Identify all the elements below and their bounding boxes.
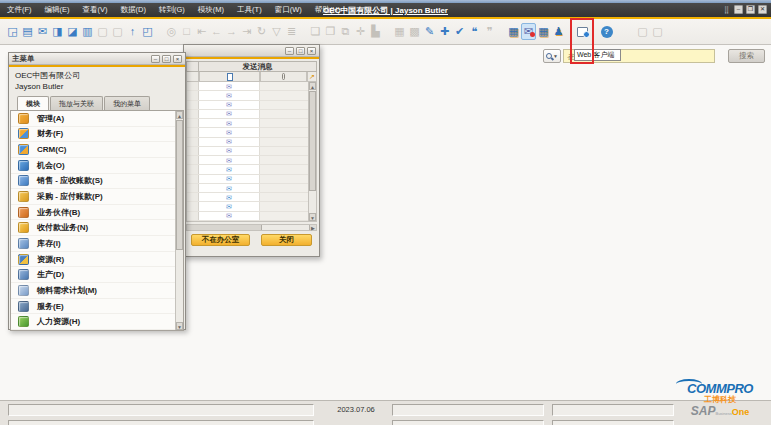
calendar-icon[interactable]: ▦ <box>536 23 551 40</box>
approve-document-icon[interactable]: ✔ <box>452 23 467 40</box>
module-item-inventory[interactable]: 库存(I) <box>11 236 175 252</box>
attachment-cell[interactable] <box>260 147 308 155</box>
message-doc-cell[interactable]: ✉ <box>199 147 260 155</box>
menu-data[interactable]: 数据(D) <box>121 5 146 15</box>
scrollbar-thumb[interactable] <box>176 120 183 250</box>
messages-horizontal-scrollbar[interactable] <box>186 224 317 231</box>
row-select-cell[interactable] <box>187 128 199 136</box>
next-record-icon[interactable]: → <box>224 23 239 40</box>
export-excel-icon[interactable]: ▥ <box>80 23 95 40</box>
scroll-down-icon[interactable] <box>176 322 183 330</box>
spreadsheet-icon[interactable]: ▦ <box>506 23 521 40</box>
message-doc-cell[interactable]: ✉ <box>199 184 260 192</box>
close-messages-button[interactable]: 关闭 <box>261 234 312 246</box>
module-item-purchasing-ap[interactable]: 采购 - 应付账款(P) <box>11 189 175 205</box>
first-record-icon[interactable]: ⇤ <box>194 23 209 40</box>
row-select-cell[interactable] <box>187 175 199 183</box>
attachment-cell[interactable] <box>260 156 308 164</box>
attachment-cell[interactable] <box>260 91 308 99</box>
sort-icon[interactable]: ≣ <box>284 23 299 40</box>
module-item-crm[interactable]: CRM(C) <box>11 142 175 158</box>
module-item-sales-ar[interactable]: 销售 - 应收账款(S) <box>11 174 175 190</box>
out-of-office-button[interactable]: 不在办公室 <box>191 234 250 246</box>
paste-table-icon[interactable]: ❐ <box>323 23 338 40</box>
message-row[interactable]: ✉ <box>187 110 308 119</box>
row-select-cell[interactable] <box>187 165 199 173</box>
search-scope-button[interactable]: ▼ <box>543 49 561 63</box>
restore-button[interactable] <box>746 5 755 14</box>
document-column-header[interactable] <box>199 72 260 82</box>
message-row[interactable]: ✉ <box>187 175 308 184</box>
row-select-cell[interactable] <box>187 82 199 90</box>
message-row[interactable]: ✉ <box>187 165 308 174</box>
row-select-cell[interactable] <box>187 91 199 99</box>
document-b-icon[interactable]: ▢ <box>650 23 665 40</box>
menu-help[interactable]: 帮助(H) <box>315 5 340 15</box>
module-item-service[interactable]: 服务(E) <box>11 299 175 315</box>
message-doc-cell[interactable]: ✉ <box>199 128 260 136</box>
message-row[interactable]: ✉ <box>187 82 308 91</box>
module-item-business-partners[interactable]: 业务伙伴(B) <box>11 205 175 221</box>
menu-file[interactable]: 文件(F) <box>7 5 32 15</box>
web-client-icon[interactable]: Web 客户端 <box>575 23 590 40</box>
chart-icon[interactable]: ▙ <box>368 23 383 40</box>
messages-titlebar[interactable] <box>184 45 319 57</box>
message-row[interactable]: ✉ <box>187 138 308 147</box>
attachment-cell[interactable] <box>260 138 308 146</box>
row-select-cell[interactable] <box>187 101 199 109</box>
scrollbar-thumb[interactable] <box>187 225 262 230</box>
module-item-banking[interactable]: 收付款业务(N) <box>11 220 175 236</box>
upload-icon[interactable]: ↑ <box>125 23 140 40</box>
row-select-header[interactable] <box>186 72 199 82</box>
menu-edit[interactable]: 编辑(E) <box>45 5 70 15</box>
main-menu-titlebar[interactable]: 主菜单 <box>9 53 185 65</box>
message-doc-cell[interactable]: ✉ <box>199 156 260 164</box>
message-doc-cell[interactable]: ✉ <box>199 165 260 173</box>
attachment-cell[interactable] <box>260 184 308 192</box>
copy-document-icon[interactable]: ▢ <box>95 23 110 40</box>
print-preview-icon[interactable]: ◲ <box>5 23 20 40</box>
stamp-icon[interactable]: ▩ <box>407 23 422 40</box>
message-row[interactable]: ✉ <box>187 202 308 211</box>
scrollbar-thumb[interactable] <box>309 91 316 191</box>
refresh-icon[interactable]: ↻ <box>254 23 269 40</box>
employee-icon[interactable]: ♟ <box>551 23 566 40</box>
email-icon[interactable]: ✉ <box>35 23 50 40</box>
grab-icon[interactable]: ✛ <box>353 23 368 40</box>
message-row[interactable]: ✉ <box>187 119 308 128</box>
attachment-cell[interactable] <box>260 193 308 201</box>
maximize-button[interactable] <box>296 47 305 55</box>
row-select-cell[interactable] <box>187 212 199 220</box>
module-item-production[interactable]: 生产(D) <box>11 267 175 283</box>
message-row[interactable]: ✉ <box>187 128 308 137</box>
previous-record-icon[interactable]: ← <box>209 23 224 40</box>
grid-layout-icon[interactable]: ▦ <box>392 23 407 40</box>
tab-modules[interactable]: 模块 <box>17 96 49 111</box>
tab-drag-relate[interactable]: 拖放与关联 <box>50 96 103 110</box>
row-select-cell[interactable] <box>187 184 199 192</box>
minimize-button[interactable] <box>151 55 160 63</box>
scroll-right-icon[interactable] <box>309 225 316 230</box>
row-select-cell[interactable] <box>187 147 199 155</box>
menu-tools[interactable]: 工具(T) <box>237 5 262 15</box>
message-doc-cell[interactable]: ✉ <box>199 119 260 127</box>
message-doc-cell[interactable]: ✉ <box>199 202 260 210</box>
comment-alt-icon[interactable]: ❞ <box>482 23 497 40</box>
edit-icon[interactable]: ✎ <box>422 23 437 40</box>
paste-document-icon[interactable]: ▢ <box>110 23 125 40</box>
attachment-cell[interactable] <box>260 119 308 127</box>
message-doc-cell[interactable]: ✉ <box>199 212 260 220</box>
close-button[interactable] <box>173 55 182 63</box>
minimize-button[interactable] <box>285 47 294 55</box>
attachment-cell[interactable] <box>260 202 308 210</box>
comment-icon[interactable]: ❝ <box>467 23 482 40</box>
locked-folder-icon[interactable]: ◰ <box>140 23 155 40</box>
close-button[interactable] <box>758 5 767 14</box>
message-doc-cell[interactable]: ✉ <box>199 91 260 99</box>
row-select-cell[interactable] <box>187 110 199 118</box>
attachment-cell[interactable] <box>260 175 308 183</box>
filter-icon[interactable]: ▽ <box>269 23 284 40</box>
copy-table-icon[interactable]: ❏ <box>308 23 323 40</box>
scroll-up-icon[interactable] <box>309 82 316 90</box>
row-select-cell[interactable] <box>187 193 199 201</box>
